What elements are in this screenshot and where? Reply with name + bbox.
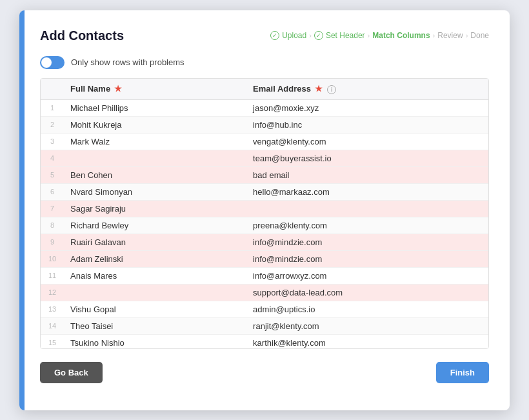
breadcrumb-item-match-columns: Match Columns <box>372 31 430 40</box>
table-body: 1Michael Phillipsjason@moxie.xyz2Mohit K… <box>41 99 488 349</box>
table-row: 15Tsukino Nishiokarthik@klenty.com <box>41 334 488 349</box>
breadcrumb-label: Set Header <box>326 31 365 40</box>
row-email: preena@klenty.com <box>246 217 488 234</box>
breadcrumb-label: Review <box>437 31 463 40</box>
row-num: 11 <box>41 267 64 284</box>
check-icon: ✓ <box>314 31 323 40</box>
table-row: 2Mohit Kukrejainfo@hub.inc <box>41 116 488 133</box>
go-back-button[interactable]: Go Back <box>40 362 103 383</box>
col-email-label: Email Address <box>253 84 311 94</box>
row-email: hello@markaaz.com <box>246 183 488 200</box>
breadcrumb-sep: › <box>368 32 370 39</box>
row-num: 5 <box>41 166 64 183</box>
add-contacts-modal: Add Contacts ✓Upload›✓Set Header›Match C… <box>19 10 510 410</box>
row-full-name: Mohit Kukreja <box>64 116 246 133</box>
row-email: support@data-lead.com <box>246 284 488 301</box>
modal-title: Add Contacts <box>40 28 124 43</box>
breadcrumb-item-done: Done <box>470 31 489 40</box>
row-full-name: Theo Taisei <box>64 317 246 334</box>
table-row: 14Theo Taiseiranjit@klenty.com <box>41 317 488 334</box>
row-num: 15 <box>41 334 64 349</box>
row-email: info@mindzie.com <box>246 234 488 250</box>
table-row: 4team@buyerassist.io <box>41 150 488 166</box>
row-num: 2 <box>41 116 64 133</box>
breadcrumb-item-review: Review <box>437 31 463 40</box>
full-name-required-star: ★ <box>114 84 122 94</box>
row-num: 6 <box>41 183 64 200</box>
row-email: vengat@klenty.com <box>246 133 488 150</box>
row-full-name <box>64 150 246 166</box>
breadcrumb-item-upload: ✓Upload <box>270 31 306 40</box>
row-full-name: Sagar Sagiraju <box>64 200 246 217</box>
breadcrumb-label: Match Columns <box>372 31 430 40</box>
row-full-name <box>64 284 246 301</box>
row-num: 13 <box>41 301 64 317</box>
table-row: 13Vishu Gopaladmin@uptics.io <box>41 301 488 317</box>
left-accent-bar <box>19 10 25 410</box>
row-email: admin@uptics.io <box>246 301 488 317</box>
breadcrumb-label: Upload <box>282 31 306 40</box>
contacts-table-container: Full Name ★ Email Address ★ i 1Michael P… <box>40 78 489 349</box>
breadcrumb-label: Done <box>470 31 489 40</box>
breadcrumb-sep: › <box>309 32 312 39</box>
row-full-name: Nvard Simonyan <box>64 183 246 200</box>
toggle-row: Only show rows with problems <box>40 56 489 69</box>
check-icon: ✓ <box>270 31 279 40</box>
row-email: bad email <box>246 166 488 183</box>
breadcrumb-sep: › <box>466 32 468 39</box>
col-full-name: Full Name ★ <box>64 79 246 100</box>
table-row: 6Nvard Simonyanhello@markaaz.com <box>41 183 488 200</box>
email-info-icon[interactable]: i <box>327 85 336 94</box>
contacts-table: Full Name ★ Email Address ★ i 1Michael P… <box>41 79 488 349</box>
row-email: jason@moxie.xyz <box>246 99 488 116</box>
toggle-label: Only show rows with problems <box>71 57 185 67</box>
row-full-name: Anais Mares <box>64 267 246 284</box>
row-full-name: Tsukino Nishio <box>64 334 246 349</box>
finish-button[interactable]: Finish <box>436 362 489 383</box>
breadcrumb: ✓Upload›✓Set Header›Match Columns›Review… <box>270 31 489 40</box>
table-row: 3Mark Walzvengat@klenty.com <box>41 133 488 150</box>
modal-footer: Go Back Finish <box>40 362 489 383</box>
problems-toggle[interactable] <box>40 56 65 69</box>
table-header-row: Full Name ★ Email Address ★ i <box>41 79 488 100</box>
row-full-name: Michael Phillips <box>64 99 246 116</box>
col-num <box>41 79 64 100</box>
row-full-name: Ruairi Galavan <box>64 234 246 250</box>
row-email: info@hub.inc <box>246 116 488 133</box>
table-row: 1Michael Phillipsjason@moxie.xyz <box>41 99 488 116</box>
modal-header: Add Contacts ✓Upload›✓Set Header›Match C… <box>40 28 489 43</box>
row-num: 4 <box>41 150 64 166</box>
breadcrumb-item-set-header: ✓Set Header <box>314 31 365 40</box>
col-full-name-label: Full Name <box>70 84 110 94</box>
row-num: 14 <box>41 317 64 334</box>
row-num: 1 <box>41 99 64 116</box>
row-email: ranjit@klenty.com <box>246 317 488 334</box>
table-row: 10Adam Zelinskiinfo@mindzie.com <box>41 250 488 267</box>
row-full-name: Vishu Gopal <box>64 301 246 317</box>
row-num: 8 <box>41 217 64 234</box>
row-email <box>246 200 488 217</box>
row-num: 10 <box>41 250 64 267</box>
breadcrumb-sep: › <box>433 32 435 39</box>
row-num: 7 <box>41 200 64 217</box>
row-email: info@arrowxyz.com <box>246 267 488 284</box>
row-full-name: Adam Zelinski <box>64 250 246 267</box>
row-email: info@mindzie.com <box>246 250 488 267</box>
row-num: 3 <box>41 133 64 150</box>
row-full-name: Mark Walz <box>64 133 246 150</box>
row-full-name: Ben Cohen <box>64 166 246 183</box>
table-row: 7Sagar Sagiraju <box>41 200 488 217</box>
row-num: 12 <box>41 284 64 301</box>
table-row: 5Ben Cohenbad email <box>41 166 488 183</box>
table-row: 11Anais Maresinfo@arrowxyz.com <box>41 267 488 284</box>
row-full-name: Richard Bewley <box>64 217 246 234</box>
row-email: karthik@klenty.com <box>246 334 488 349</box>
table-row: 12support@data-lead.com <box>41 284 488 301</box>
email-required-star: ★ <box>315 84 323 94</box>
row-email: team@buyerassist.io <box>246 150 488 166</box>
table-row: 9Ruairi Galavaninfo@mindzie.com <box>41 234 488 250</box>
table-row: 8Richard Bewleypreena@klenty.com <box>41 217 488 234</box>
col-email: Email Address ★ i <box>246 79 488 100</box>
row-num: 9 <box>41 234 64 250</box>
